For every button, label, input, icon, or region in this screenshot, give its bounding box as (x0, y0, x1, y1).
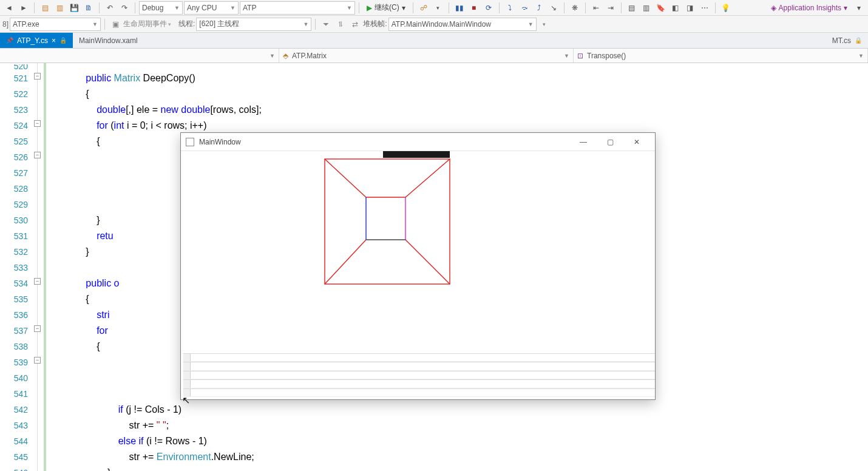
indent-left-icon[interactable]: ⇤ (589, 1, 603, 15)
restart-icon[interactable]: ⟳ (482, 1, 495, 15)
process-label: ATP.exe (13, 20, 39, 29)
step-out-icon[interactable]: ⤴ (532, 1, 546, 15)
close-button[interactable]: ✕ (623, 134, 650, 151)
chevron-down-icon: ▼ (858, 53, 864, 59)
comment-icon[interactable]: ▤ (625, 1, 639, 15)
app-icon (186, 138, 194, 146)
chevron-down-icon: ▾ (402, 4, 405, 12)
chevron-down-icon: ▼ (528, 21, 534, 27)
process-dropdown[interactable]: ATP.exe▼ (10, 18, 101, 31)
fold-column: −−−−−− (32, 63, 44, 471)
fold-toggle[interactable]: − (34, 120, 41, 127)
thread-dropdown[interactable]: [620] 主线程▼ (196, 18, 311, 31)
nav-back-icon[interactable]: ◄ (2, 1, 16, 15)
close-icon[interactable]: × (52, 36, 56, 45)
indent-right-icon[interactable]: ⇥ (604, 1, 617, 15)
bookmark-icon[interactable]: 🔖 (654, 1, 668, 15)
platform-dropdown[interactable]: Any CPU▼ (184, 1, 239, 15)
step-into-icon[interactable]: ⤵ (503, 1, 517, 15)
filter-icon[interactable]: ⏷ (319, 18, 333, 31)
nav-class-label: ATP.Matrix (292, 52, 327, 60)
chevron-down-icon: ▼ (303, 21, 308, 27)
chevron-down-icon: ▾ (844, 4, 847, 12)
continue-button[interactable]: ▶ 继续(C) ▾ (363, 1, 409, 15)
tab-label: MT.cs (832, 36, 851, 45)
continue-label: 继续(C) (375, 2, 399, 13)
tab-label: MainWindow.xaml (79, 36, 138, 45)
sparkle-icon[interactable]: ❋ (568, 1, 581, 15)
new-file-icon[interactable]: ▤ (38, 1, 52, 15)
running-app-window[interactable]: MainWindow — ▢ ✕ (180, 132, 656, 400)
open-file-icon[interactable]: ▥ (53, 1, 66, 15)
top-dark-bar (383, 151, 450, 158)
pause-icon[interactable]: ▮▮ (453, 1, 466, 15)
table-row[interactable] (183, 388, 655, 397)
insights-icon: ◈ (771, 4, 776, 12)
change-indicator-bar (44, 63, 47, 471)
table-row[interactable] (183, 379, 655, 388)
lightbulb-icon[interactable]: 💡 (719, 1, 733, 15)
table-row[interactable] (183, 353, 655, 362)
lock-icon: 🔒 (855, 37, 862, 44)
main-toolbar: ◄ ► ▤ ▥ 💾 🗎 ↶ ↷ Debug▼ Any CPU▼ ATP▼ ▶ 继… (0, 0, 868, 16)
nav-member-label: Transpose() (587, 52, 626, 60)
thread-value: [620] 主线程 (199, 19, 239, 29)
browser-link-icon[interactable]: ☍ (417, 1, 430, 15)
chevron-down-icon: ▼ (174, 5, 180, 11)
redo-icon[interactable]: ↷ (118, 1, 131, 15)
toggle-icon[interactable]: ◧ (669, 1, 682, 15)
lifecycle-icon[interactable]: ▣ (109, 18, 122, 31)
tab-mainwindow-xaml[interactable]: MainWindow.xaml (73, 33, 144, 48)
process-prefix: 8] (2, 20, 8, 29)
fold-toggle[interactable]: − (34, 357, 41, 364)
run-to-icon[interactable]: ↘ (547, 1, 560, 15)
nav-class-dropdown[interactable]: ⬘ ATP.Matrix ▼ (279, 49, 574, 63)
tab-atp-y[interactable]: 📌 ATP_Y.cs × 🔒 (0, 33, 73, 48)
svg-line-6 (405, 159, 450, 197)
nav-project-dropdown[interactable]: ▼ (0, 49, 279, 63)
step-over-icon[interactable]: ⤼ (518, 1, 531, 15)
config-dropdown[interactable]: Debug▼ (139, 1, 183, 15)
stackframe-dropdown[interactable]: ATP.MainWindow.MainWindow▼ (388, 18, 537, 31)
app-insights-button[interactable]: ◈ Application Insights ▾ (767, 1, 851, 15)
fold-toggle[interactable]: − (34, 278, 41, 285)
stop-icon[interactable]: ■ (467, 1, 481, 15)
tab-mt-cs[interactable]: MT.cs 🔒 (826, 33, 868, 48)
toggle2-icon[interactable]: ◨ (683, 1, 697, 15)
swap-icon[interactable]: ⇄ (348, 18, 362, 31)
save-icon[interactable]: 💾 (67, 1, 81, 15)
tab-label: ATP_Y.cs (17, 36, 48, 45)
chevron-down-icon: ▼ (270, 53, 275, 59)
uncomment-icon[interactable]: ▥ (640, 1, 653, 15)
chevron-down-icon: ▼ (92, 21, 98, 27)
chevron-down-icon[interactable]: ▾ (432, 1, 445, 15)
startup-dropdown[interactable]: ATP▼ (240, 1, 355, 15)
document-tab-strip: 📌 ATP_Y.cs × 🔒 MainWindow.xaml MT.cs 🔒 (0, 33, 868, 49)
fold-toggle[interactable]: − (34, 325, 41, 332)
nav-fwd-icon[interactable]: ► (17, 1, 30, 15)
window-client-area (181, 151, 655, 399)
undo-icon[interactable]: ↶ (103, 1, 117, 15)
data-grid[interactable] (183, 353, 655, 397)
chevron-down-icon: ▼ (564, 53, 569, 59)
thread-label: 线程: (178, 19, 195, 29)
fold-toggle[interactable]: − (34, 152, 41, 158)
startup-label: ATP (243, 4, 256, 12)
pin-icon: 📌 (6, 37, 13, 44)
table-row[interactable] (183, 371, 655, 379)
overflow-icon[interactable]: ▾ (852, 1, 866, 15)
code-nav-bar: ▼ ⬘ ATP.Matrix ▼ ⊡ Transpose() ▼ (0, 49, 868, 63)
nav-member-dropdown[interactable]: ⊡ Transpose() ▼ (574, 49, 868, 63)
maximize-button[interactable]: ▢ (597, 134, 623, 151)
more-icon[interactable]: ⋯ (698, 1, 711, 15)
save-all-icon[interactable]: 🗎 (82, 1, 95, 15)
table-row[interactable] (183, 362, 655, 370)
window-titlebar[interactable]: MainWindow — ▢ ✕ (181, 133, 655, 151)
thread-tool-icon[interactable]: ⥮ (334, 18, 347, 31)
stackframe-label: 堆栈帧: (363, 19, 387, 29)
fold-toggle[interactable]: − (34, 73, 41, 80)
toolbar-overflow-icon[interactable]: ▾ (538, 18, 551, 31)
method-icon: ⊡ (577, 52, 583, 60)
minimize-button[interactable]: — (570, 134, 597, 151)
class-icon: ⬘ (283, 52, 288, 60)
